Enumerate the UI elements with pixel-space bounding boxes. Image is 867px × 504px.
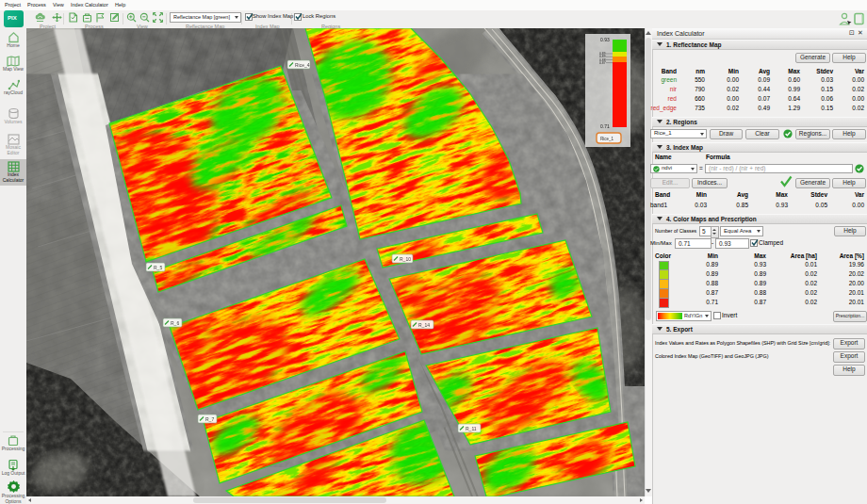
svg-text:0.93: 0.93 bbox=[600, 37, 610, 42]
svg-text:R_5: R_5 bbox=[154, 265, 162, 270]
svg-text:R_7: R_7 bbox=[205, 416, 214, 422]
svg-text:R_6: R_6 bbox=[171, 320, 179, 326]
svg-text:R_11: R_11 bbox=[466, 426, 477, 431]
svg-text:Rice_1: Rice_1 bbox=[600, 137, 614, 141]
svg-text:R_10: R_10 bbox=[400, 256, 411, 262]
svg-text:0.87: 0.87 bbox=[599, 61, 606, 65]
svg-text:R_14: R_14 bbox=[418, 322, 430, 328]
svg-text:Rice_4: Rice_4 bbox=[295, 62, 310, 68]
svg-text:0.71: 0.71 bbox=[600, 123, 610, 129]
